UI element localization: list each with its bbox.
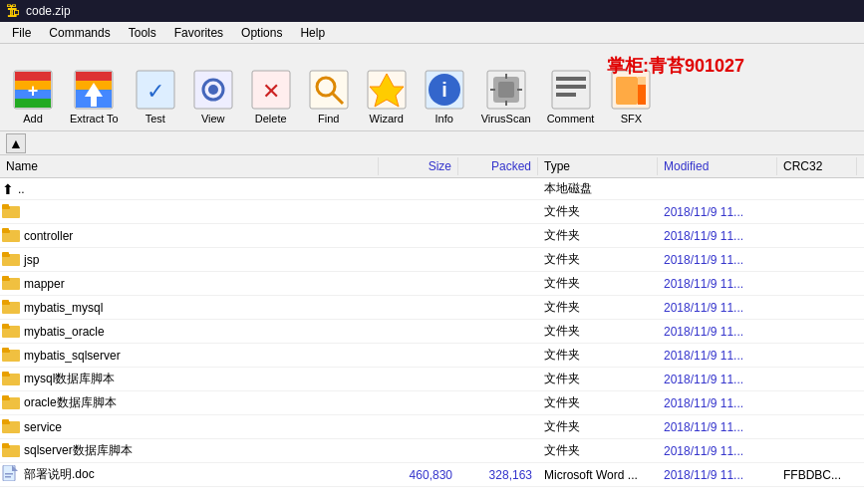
svg-rect-78	[5, 473, 13, 475]
app-icon: 🗜	[6, 3, 20, 19]
wizard-button[interactable]: Wizard	[360, 67, 414, 126]
file-size	[379, 354, 458, 358]
table-row[interactable]: service文件夹2018/11/9 11...	[0, 415, 864, 439]
folder-icon	[2, 346, 20, 365]
find-icon	[308, 69, 350, 111]
file-packed	[458, 330, 538, 334]
info-button[interactable]: i Info	[418, 67, 471, 126]
svg-rect-34	[552, 71, 590, 109]
menu-favorites[interactable]: Favorites	[166, 24, 231, 42]
file-type: 本地磁盘	[538, 178, 658, 199]
comment-button[interactable]: Comment	[541, 67, 601, 126]
table-row[interactable]: jsp文件夹2018/11/9 11...	[0, 248, 864, 272]
menu-file[interactable]: File	[4, 24, 39, 42]
table-row[interactable]: mysql数据库脚本文件夹2018/11/9 11...	[0, 368, 864, 391]
menu-options[interactable]: Options	[233, 24, 290, 42]
up-button[interactable]: ▲	[6, 133, 26, 153]
table-row[interactable]: controller文件夹2018/11/9 11...	[0, 224, 864, 248]
comment-label: Comment	[547, 113, 595, 125]
file-list-header: Name Size Packed Type Modified CRC32	[0, 155, 864, 178]
file-size	[379, 378, 458, 381]
menu-commands[interactable]: Commands	[41, 24, 118, 42]
file-type: 文件夹	[538, 392, 658, 413]
add-button[interactable]: + Add	[6, 67, 60, 126]
virusscan-icon	[485, 69, 527, 111]
view-button[interactable]: View	[186, 67, 240, 126]
file-list: Name Size Packed Type Modified CRC32 ⬆..…	[0, 155, 864, 504]
extract-label: Extract To	[70, 113, 119, 125]
file-type: Microsoft Word ...	[538, 466, 658, 484]
file-rows: ⬆..本地磁盘文件夹2018/11/9 11...controller文件夹20…	[0, 178, 864, 487]
file-modified: 2018/11/9 11...	[658, 466, 777, 484]
file-modified: 2018/11/9 11...	[658, 203, 777, 221]
find-label: Find	[318, 113, 339, 125]
file-name: 部署说明.doc	[24, 466, 95, 483]
file-packed: 328,163	[458, 466, 538, 484]
info-label: Info	[435, 113, 453, 125]
file-name: mybatis_sqlserver	[24, 349, 121, 363]
folder-icon	[2, 322, 20, 341]
file-name: jsp	[24, 253, 39, 267]
menu-help[interactable]: Help	[292, 24, 333, 42]
table-row[interactable]: mapper文件夹2018/11/9 11...	[0, 272, 864, 296]
file-modified: 2018/11/9 11...	[658, 371, 777, 388]
file-modified	[658, 187, 777, 191]
title-bar: 🗜 code.zip	[0, 0, 864, 22]
file-crc	[777, 401, 857, 405]
svg-rect-39	[616, 77, 638, 105]
file-size	[379, 330, 458, 334]
delete-button[interactable]: ✕ Delete	[244, 67, 298, 126]
file-size	[379, 234, 458, 238]
file-type: 文件夹	[538, 273, 658, 294]
table-row[interactable]: sqlserver数据库脚本文件夹2018/11/9 11...	[0, 439, 864, 463]
table-row[interactable]: ⬆..本地磁盘	[0, 178, 864, 200]
table-row[interactable]: mybatis_oracle文件夹2018/11/9 11...	[0, 320, 864, 344]
file-packed	[458, 282, 538, 286]
table-row[interactable]: oracle数据库脚本文件夹2018/11/9 11...	[0, 391, 864, 415]
parent-dir-icon: ⬆	[2, 181, 14, 197]
svg-rect-54	[2, 276, 9, 280]
table-row[interactable]: mybatis_sqlserver文件夹2018/11/9 11...	[0, 344, 864, 368]
svg-rect-29	[498, 82, 514, 98]
header-size[interactable]: Size	[379, 157, 458, 175]
file-crc	[777, 378, 857, 381]
file-type: 文件夹	[538, 345, 658, 366]
file-packed	[458, 187, 538, 191]
file-packed	[458, 401, 538, 405]
file-name: mapper	[24, 277, 65, 291]
folder-icon	[2, 202, 20, 221]
header-name[interactable]: Name	[0, 157, 379, 175]
test-icon: ✓	[135, 69, 176, 111]
extract-to-button[interactable]: Extract To	[64, 67, 125, 126]
header-packed[interactable]: Packed	[458, 157, 538, 175]
file-packed	[458, 210, 538, 214]
test-button[interactable]: ✓ Test	[129, 67, 182, 126]
folder-icon	[2, 417, 20, 436]
file-size: 460,830	[379, 466, 458, 484]
table-row[interactable]: 部署说明.doc460,830328,163Microsoft Word ...…	[0, 463, 864, 487]
file-name: controller	[24, 229, 73, 243]
svg-text:i: i	[441, 79, 447, 101]
table-row[interactable]: mybatis_mysql文件夹2018/11/9 11...	[0, 296, 864, 320]
file-crc	[777, 354, 857, 358]
folder-icon	[2, 250, 20, 269]
header-crc[interactable]: CRC32	[777, 157, 857, 175]
virusscan-button[interactable]: VirusScan	[475, 67, 537, 126]
menu-tools[interactable]: Tools	[121, 24, 164, 42]
svg-rect-42	[638, 77, 646, 85]
table-row[interactable]: 文件夹2018/11/9 11...	[0, 200, 864, 224]
file-crc: FFBDBC...	[777, 466, 857, 484]
svg-rect-51	[2, 252, 9, 256]
find-button[interactable]: Find	[302, 67, 356, 126]
extract-icon	[73, 69, 115, 111]
header-modified[interactable]: Modified	[658, 157, 777, 175]
svg-rect-69	[2, 395, 9, 399]
file-type: 文件夹	[538, 369, 658, 389]
file-type: 文件夹	[538, 225, 658, 246]
folder-icon	[2, 274, 20, 293]
file-crc	[777, 449, 857, 453]
header-type[interactable]: Type	[538, 157, 658, 175]
file-crc	[777, 258, 857, 262]
info-icon: i	[424, 69, 465, 111]
file-packed	[458, 449, 538, 453]
